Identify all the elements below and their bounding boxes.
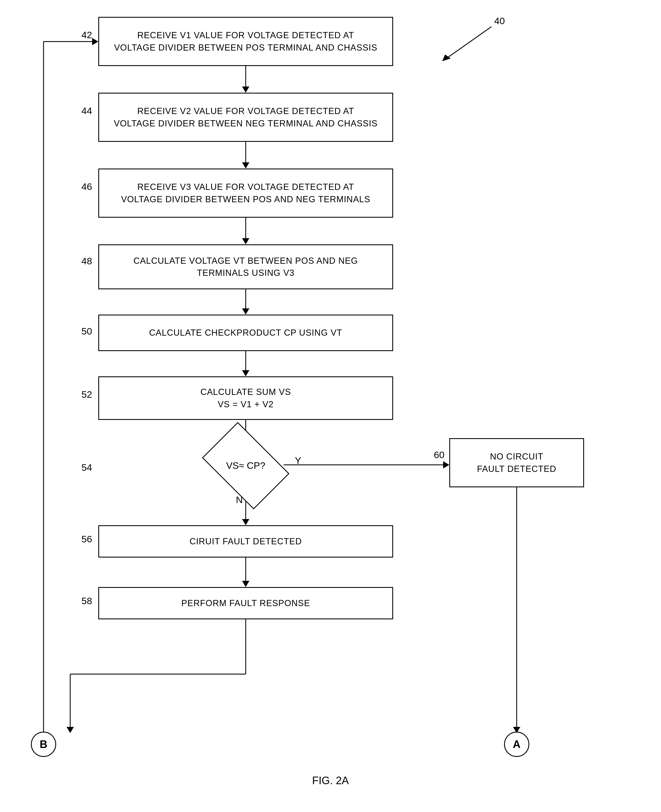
step-label-60: 60 — [434, 449, 444, 460]
svg-marker-22 — [92, 38, 98, 45]
svg-marker-1 — [242, 86, 249, 93]
step-label-42: 42 — [81, 29, 92, 40]
svg-marker-9 — [242, 370, 249, 376]
flow-box-50: CALCULATE CHECKPRODUCT CP USING VT — [98, 315, 393, 351]
step-label-54: 54 — [81, 462, 92, 473]
step-label-50: 50 — [81, 326, 92, 337]
fig-caption: FIG. 2A — [312, 775, 349, 787]
diagram-label-40: 40 — [494, 16, 505, 26]
n-label: N — [236, 494, 243, 505]
diamond-label-54: VS≈ CP? — [215, 460, 276, 471]
flow-box-44: RECEIVE V2 VALUE FOR VOLTAGE DETECTED AT… — [98, 93, 393, 142]
step-label-56: 56 — [81, 534, 92, 545]
svg-marker-15 — [242, 581, 249, 587]
connector-b: B — [31, 732, 56, 757]
flow-box-60: NO CIRCUIT FAULT DETECTED — [449, 438, 584, 487]
diamond-54: VS≈ CP? — [209, 438, 282, 493]
step-label-44: 44 — [81, 105, 92, 116]
step-label-48: 48 — [81, 256, 92, 267]
flow-box-48: CALCULATE VOLTAGE VT BETWEEN POS AND NEG… — [98, 245, 393, 289]
svg-marker-19 — [67, 727, 74, 733]
svg-marker-3 — [242, 162, 249, 168]
step-label-46: 46 — [81, 181, 92, 192]
svg-marker-24 — [443, 461, 449, 468]
connector-a: A — [504, 732, 529, 757]
step-label-52: 52 — [81, 389, 92, 400]
svg-line-27 — [444, 27, 492, 61]
flow-box-46: RECEIVE V3 VALUE FOR VOLTAGE DETECTED AT… — [98, 168, 393, 218]
step-label-58: 58 — [81, 595, 92, 606]
flow-box-42: RECEIVE V1 VALUE FOR VOLTAGE DETECTED AT… — [98, 17, 393, 66]
svg-marker-28 — [442, 54, 451, 61]
svg-marker-13 — [242, 519, 249, 525]
svg-marker-5 — [242, 238, 249, 245]
flow-box-58: PERFORM FAULT RESPONSE — [98, 587, 393, 619]
y-label: Y — [295, 455, 301, 466]
svg-marker-7 — [242, 308, 249, 315]
flow-box-52: CALCULATE SUM VS VS = V1 + V2 — [98, 376, 393, 420]
flow-box-56: CIRUIT FAULT DETECTED — [98, 525, 393, 558]
diagram-container: 42 RECEIVE V1 VALUE FOR VOLTAGE DETECTED… — [0, 0, 661, 812]
